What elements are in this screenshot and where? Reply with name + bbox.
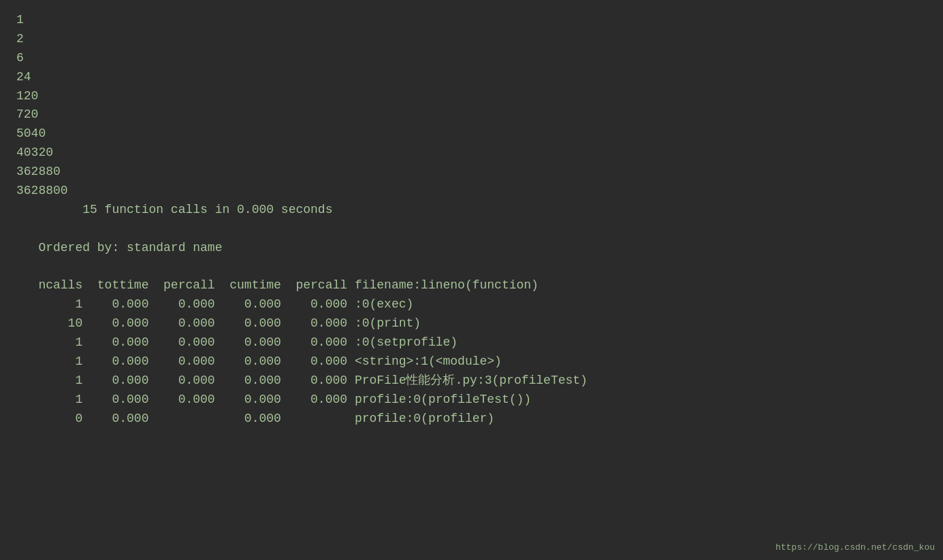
terminal-output: 1 2 6 24 120 720 5040 40320 362880 36288… xyxy=(16,11,927,429)
watermark: https://blog.csdn.net/csdn_kou xyxy=(776,541,935,555)
